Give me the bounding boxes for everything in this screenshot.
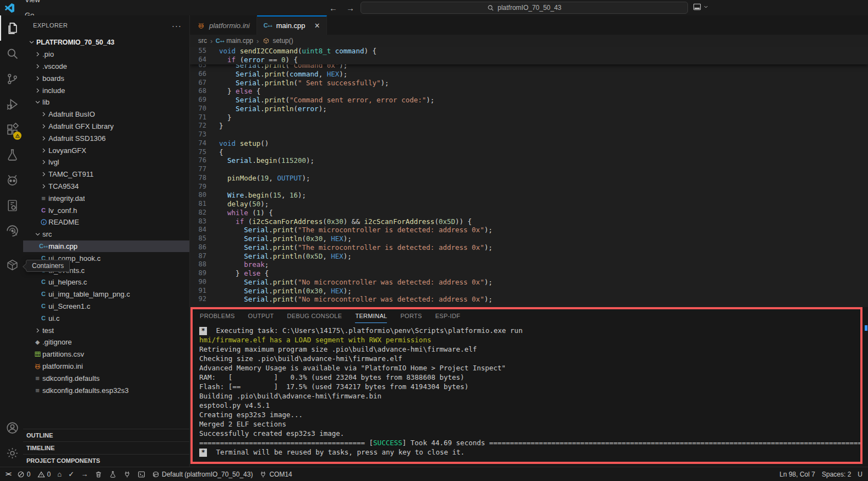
tree-item-boards[interactable]: boards xyxy=(23,72,189,84)
status-cursor-position[interactable]: Ln 98, Col 7 xyxy=(776,468,818,480)
command-center-search[interactable]: platfromIO_70_50_43 xyxy=(361,2,688,14)
error-icon xyxy=(17,471,25,478)
status-pio-test[interactable] xyxy=(106,468,120,480)
tree-item-ui-c[interactable]: Cui.c xyxy=(23,312,189,324)
status-pio-env[interactable]: Default (platfromIO_70_50_43) xyxy=(149,468,256,480)
tree-item-ui-img-table-lamp-png-c[interactable]: Cui_img_table_lamp_png.c xyxy=(23,288,189,300)
line-number: 75 xyxy=(190,148,206,157)
activity-run-debug-button[interactable] xyxy=(0,91,23,117)
tree-item-readme[interactable]: README xyxy=(23,216,189,228)
status-pio-build[interactable]: ✓ xyxy=(65,468,78,480)
search-text: platfromIO_70_50_43 xyxy=(498,4,561,12)
tree-item-test[interactable]: test xyxy=(23,324,189,336)
terminal-line: Flash: [== ] 17.5% (used 734217 bytes fr… xyxy=(199,382,860,391)
tree-item-integrity-dat[interactable]: ≡integrity.dat xyxy=(23,192,189,204)
tree-item-partitions-csv[interactable]: partitions.csv xyxy=(23,348,189,360)
breadcrumb-setup[interactable]: setup() xyxy=(262,36,293,45)
tree-item-tamc-gt911[interactable]: TAMC_GT911 xyxy=(23,168,189,181)
status-bar: ><00⌂✓→Default (platfromIO_70_50_43)COM1… xyxy=(0,467,868,481)
activity-esp-idf-button[interactable] xyxy=(0,193,23,218)
tree-item-ui-helpers-c[interactable]: Cui_helpers.c xyxy=(23,276,189,288)
tree-item-lib[interactable]: lib xyxy=(23,96,189,108)
tree-item-main-cpp[interactable]: C++main.cpp xyxy=(23,240,189,253)
tab-platformio-ini[interactable]: platformio.ini xyxy=(190,15,257,35)
tree-item-adafruit-ssd1306[interactable]: Adafruit SSD1306 xyxy=(23,132,189,144)
status-serial-port[interactable]: COM14 xyxy=(256,468,295,480)
activity-explorer-button[interactable] xyxy=(0,15,23,41)
breadcrumb-src[interactable]: src xyxy=(198,37,207,45)
back-arrow-icon[interactable]: ← xyxy=(329,3,337,13)
code-line-82: 82 while (1) { xyxy=(190,209,868,217)
status-errors[interactable]: 0 xyxy=(14,468,34,480)
line-number: 69 xyxy=(190,96,206,105)
panel-tab-ports[interactable]: PORTS xyxy=(400,309,422,323)
terminal-line: * Terminal will be reused by tasks, pres… xyxy=(199,447,860,457)
tree-item-platfromio-70-50-43[interactable]: PLATFROMIO_70_50_43 xyxy=(23,36,189,48)
section-project-components[interactable]: PROJECT COMPONENTS xyxy=(23,454,189,467)
status-pio-monitor[interactable] xyxy=(120,468,134,480)
activity-extensions-button[interactable] xyxy=(0,117,23,142)
panel-tab-esp-idf[interactable]: ESP-IDF xyxy=(435,309,461,323)
code-line-55: 55void sendI2CCommand(uint8_t command) { xyxy=(190,47,868,56)
tree-item-platformio-ini[interactable]: platformio.ini xyxy=(23,360,189,373)
code-editor[interactable]: 65 Serial.print("Command 0x");66 Serial.… xyxy=(190,47,868,307)
tree-item-ui-screen1-c[interactable]: Cui_Screen1.c xyxy=(23,300,189,313)
activity-source-control-button[interactable] xyxy=(0,66,23,91)
activity-espressif-button[interactable] xyxy=(0,218,23,243)
containers-icon xyxy=(6,258,19,272)
tree-item-tca9534[interactable]: TCA9534 xyxy=(23,181,189,193)
status-indentation[interactable]: Spaces: 2 xyxy=(818,468,854,480)
terminal-output[interactable]: * Executing task: C:\Users\14175\.platfo… xyxy=(193,323,860,459)
breadcrumb-main-cpp[interactable]: C++main.cpp xyxy=(216,36,253,45)
more-actions-icon[interactable]: ··· xyxy=(172,21,182,30)
tree-item-pio[interactable]: .pio xyxy=(23,48,189,61)
tree-item-lvgl[interactable]: lvgl xyxy=(23,156,189,168)
status-encoding[interactable]: U xyxy=(854,468,866,480)
terminal-line: Advanced Memory Usage is available via "… xyxy=(199,363,860,373)
forward-arrow-icon[interactable]: → xyxy=(346,3,354,13)
activity-search-button[interactable] xyxy=(0,41,23,66)
file-tree: PLATFROMIO_70_50_43.pio.vscodeboardsincl… xyxy=(23,36,189,416)
chevron-right-icon xyxy=(40,158,47,166)
terminal-line: Creating esp32s3 image... xyxy=(199,410,860,419)
close-icon[interactable]: × xyxy=(314,21,319,30)
tree-item-sdkconfig-defaults[interactable]: ≡sdkconfig.defaults xyxy=(23,372,189,384)
panel-tab-debug-console[interactable]: DEBUG CONSOLE xyxy=(287,309,342,323)
status-warnings[interactable]: 0 xyxy=(34,468,54,480)
tree-item-adafruit-gfx-library[interactable]: Adafruit GFX Library xyxy=(23,121,189,133)
tree-item-gitignore[interactable]: ◆.gitignore xyxy=(23,336,189,348)
tree-item-lovyangfx[interactable]: LovyanGFX xyxy=(23,144,189,156)
tree-item-src[interactable]: src xyxy=(23,228,189,240)
tree-item-sdkconfig-defaults-esp32s3[interactable]: ≡sdkconfig.defaults.esp32s3 xyxy=(23,384,189,396)
status-pio-clean[interactable] xyxy=(91,468,106,480)
flask-icon xyxy=(109,471,117,478)
chevron-right-icon xyxy=(34,75,41,82)
tree-item-label: include xyxy=(42,86,65,95)
activity-accounts-button[interactable] xyxy=(0,415,23,440)
status-pio-terminal[interactable] xyxy=(134,468,149,480)
section-timeline[interactable]: TIMELINE xyxy=(23,441,189,454)
menu-view[interactable]: View xyxy=(20,0,59,8)
breadcrumb[interactable]: src›C++main.cpp›setup() xyxy=(190,35,868,47)
customize-layout-button[interactable] xyxy=(693,3,709,11)
status-pio-home[interactable]: ⌂ xyxy=(54,468,65,480)
code-line-91: 91 Serial.println(0x30, HEX); xyxy=(190,287,868,296)
activity-settings-button[interactable] xyxy=(0,440,23,466)
panel-tab-output[interactable]: OUTPUT xyxy=(248,309,274,323)
activity-testing-button[interactable] xyxy=(0,142,23,167)
status-remote-indicator[interactable]: >< xyxy=(2,468,14,480)
tree-item-include[interactable]: include xyxy=(23,84,189,96)
panel-tab-terminal[interactable]: TERMINAL xyxy=(355,309,387,323)
tree-item-label: platformio.ini xyxy=(42,362,83,370)
tab-main-cpp[interactable]: C++main.cpp× xyxy=(257,15,327,35)
tree-item-vscode[interactable]: .vscode xyxy=(23,61,189,73)
activity-containers-button[interactable] xyxy=(0,252,23,277)
line-number: 83 xyxy=(190,217,206,226)
activity-platformio-button[interactable] xyxy=(0,167,23,193)
title-bar: FileEditSelectionViewGoRunTerminalHelp ←… xyxy=(0,0,868,15)
panel-tab-problems[interactable]: PROBLEMS xyxy=(200,309,235,323)
status-pio-upload[interactable]: → xyxy=(78,468,91,480)
tree-item-adafruit-busio[interactable]: Adafruit BusIO xyxy=(23,108,189,121)
tree-item-lv-conf-h[interactable]: Clv_conf.h xyxy=(23,204,189,216)
section-outline[interactable]: OUTLINE xyxy=(23,429,189,441)
